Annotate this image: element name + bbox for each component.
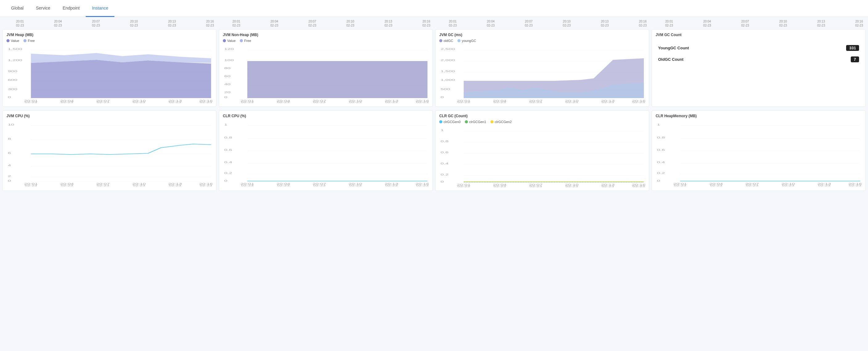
svg-text:8: 8 (8, 137, 11, 140)
time-axis-row: 20:0102-23 20:0402-23 20:0702-23 20:1002… (0, 17, 868, 28)
legend-dot-nonheap-value (223, 39, 226, 42)
legend-nonheap-value: Value (223, 39, 236, 42)
clr-cpu-chart: 1 0.8 0.6 0.4 0.2 0 20:01 20:04 20:07 20… (223, 120, 429, 187)
svg-text:0.6: 0.6 (657, 148, 665, 151)
svg-marker-12 (31, 60, 211, 98)
legend-free: Free (24, 39, 35, 42)
old-gc-badge: 7 (851, 56, 859, 62)
svg-text:02-23: 02-23 (416, 101, 429, 103)
legend-oldgc: oldGC (439, 39, 453, 42)
svg-text:0: 0 (440, 96, 443, 99)
legend-clrgen1: clrGCGen1 (465, 120, 486, 124)
clr-gc-card: CLR GC (Count) clrGCGen0 clrGCGen1 clrGC… (435, 110, 649, 191)
svg-text:02-23: 02-23 (61, 101, 73, 103)
svg-text:120: 120 (224, 48, 234, 51)
svg-text:02-23: 02-23 (133, 184, 145, 186)
svg-text:1,500: 1,500 (8, 48, 22, 51)
jvm-gc-legend: oldGC youngGC (439, 39, 645, 42)
svg-text:0.8: 0.8 (440, 140, 448, 143)
svg-text:1,000: 1,000 (440, 78, 455, 81)
tab-global[interactable]: Global (5, 0, 30, 17)
time-axis-2: 20:0102-23 20:0402-23 20:0702-23 20:1002… (219, 18, 433, 28)
svg-text:0.6: 0.6 (224, 148, 232, 151)
svg-text:10: 10 (8, 123, 14, 126)
svg-text:02-23: 02-23 (458, 185, 470, 187)
svg-text:900: 900 (8, 70, 17, 73)
jvm-heap-title: JVM Heap (MB) (6, 33, 212, 37)
gc-count-content: YoungGC Count 331 OldGC Count 7 (656, 39, 862, 74)
clr-heap-card: CLR HeapMemory (MB) 1 0.8 0.6 0.4 0.2 0 … (652, 110, 866, 191)
time-axis-1: 20:0102-23 20:0402-23 20:0702-23 20:1002… (2, 18, 216, 28)
svg-text:02-23: 02-23 (746, 184, 758, 186)
svg-text:02-23: 02-23 (241, 101, 253, 103)
tab-service[interactable]: Service (30, 0, 56, 17)
legend-dot-free (24, 39, 27, 42)
svg-text:02-23: 02-23 (277, 101, 289, 103)
svg-text:0: 0 (224, 96, 227, 99)
svg-text:0.2: 0.2 (224, 172, 232, 175)
svg-text:40: 40 (224, 83, 230, 86)
svg-text:02-23: 02-23 (530, 185, 542, 187)
svg-text:0: 0 (224, 179, 227, 182)
svg-text:80: 80 (224, 67, 230, 70)
svg-text:02-23: 02-23 (349, 184, 362, 186)
old-gc-label: OldGC Count (658, 57, 683, 62)
svg-text:02-23: 02-23 (313, 184, 326, 186)
svg-text:20: 20 (224, 91, 230, 94)
clr-cpu-title: CLR CPU (%) (223, 114, 429, 118)
svg-text:1,200: 1,200 (8, 59, 22, 62)
jvm-non-heap-legend: Value Free (223, 39, 429, 42)
svg-text:0.2: 0.2 (440, 173, 448, 176)
jvm-gc-count-title: JVM GC Count (656, 33, 862, 37)
svg-text:02-23: 02-23 (416, 184, 429, 186)
clr-heap-chart: 1 0.8 0.6 0.4 0.2 0 20:01 20:04 20:07 20… (656, 120, 862, 187)
tab-endpoint[interactable]: Endpoint (56, 0, 86, 17)
svg-marker-13 (31, 53, 211, 63)
svg-text:2,000: 2,000 (440, 59, 455, 62)
svg-text:02-23: 02-23 (313, 101, 326, 103)
svg-text:60: 60 (224, 75, 230, 78)
clr-gc-chart: 1 0.8 0.6 0.4 0.2 0 20:01 20:04 20:07 (439, 125, 645, 188)
svg-text:02-23: 02-23 (632, 101, 645, 103)
svg-text:02-23: 02-23 (385, 101, 398, 103)
svg-text:02-23: 02-23 (200, 101, 212, 103)
jvm-non-heap-chart: 120 100 80 60 40 20 0 20:01 20:04 20:07 (223, 45, 429, 104)
svg-text:0.6: 0.6 (440, 151, 448, 154)
svg-text:4: 4 (8, 164, 11, 167)
legend-clrgen2: clrGCGen2 (490, 120, 512, 124)
svg-text:0.8: 0.8 (224, 136, 232, 139)
tab-instance[interactable]: Instance (86, 0, 114, 17)
jvm-gc-card: JVM GC (ms) oldGC youngGC 2,500 2,000 1,… (435, 29, 649, 107)
svg-text:02-23: 02-23 (200, 184, 212, 186)
svg-text:02-23: 02-23 (25, 101, 37, 103)
legend-dot-nonheap-free (240, 39, 243, 42)
legend-clrgen0: clrGCGen0 (439, 120, 461, 124)
jvm-cpu-card: JVM CPU (%) 10 8 6 4 2 0 20:01 20:04 20:… (2, 110, 216, 191)
svg-text:02-23: 02-23 (566, 185, 578, 187)
young-gc-count-row: YoungGC Count 331 (658, 45, 859, 51)
legend-dot-clrgen2 (490, 120, 494, 123)
legend-dot-clrgen0 (439, 120, 442, 123)
jvm-heap-card: JVM Heap (MB) Value Free 1,500 1,200 900… (2, 29, 216, 107)
svg-text:02-23: 02-23 (458, 101, 470, 103)
svg-text:0: 0 (8, 179, 11, 182)
time-axis-3: 20:0102-23 20:0402-23 20:0702-23 20:1002… (435, 18, 649, 28)
svg-text:02-23: 02-23 (782, 184, 794, 186)
svg-text:500: 500 (440, 88, 450, 91)
svg-text:02-23: 02-23 (818, 184, 830, 186)
svg-text:02-23: 02-23 (241, 184, 253, 186)
svg-text:02-23: 02-23 (25, 184, 37, 186)
clr-cpu-card: CLR CPU (%) 1 0.8 0.6 0.4 0.2 0 20:01 20… (219, 110, 433, 191)
svg-text:02-23: 02-23 (566, 101, 578, 103)
svg-text:0: 0 (8, 96, 11, 99)
svg-text:02-23: 02-23 (277, 184, 289, 186)
nav-tabs: Global Service Endpoint Instance (0, 0, 868, 17)
svg-text:02-23: 02-23 (61, 184, 73, 186)
svg-marker-40 (247, 61, 427, 98)
svg-text:100: 100 (224, 59, 234, 62)
clr-heap-title: CLR HeapMemory (MB) (656, 114, 862, 118)
svg-text:0.4: 0.4 (224, 161, 232, 164)
svg-text:2: 2 (8, 175, 11, 178)
jvm-gc-count-card: JVM GC Count YoungGC Count 331 OldGC Cou… (652, 29, 866, 107)
svg-text:02-23: 02-23 (674, 184, 686, 186)
